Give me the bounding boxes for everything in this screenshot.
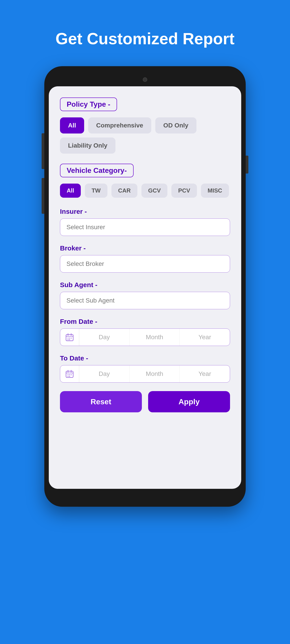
policy-type-comprehensive[interactable]: Comprehensive — [88, 118, 151, 134]
to-date-year[interactable]: Year — [180, 366, 230, 382]
policy-type-liability-only[interactable]: Liability Only — [60, 138, 115, 154]
page-title: Get Customized Report — [56, 29, 234, 48]
to-date-day[interactable]: Day — [79, 366, 130, 382]
phone-screen: Policy Type - All Comprehensive OD Only … — [49, 86, 241, 489]
svg-point-4 — [68, 338, 69, 338]
to-date-row: Day Month Year — [60, 365, 230, 382]
svg-point-14 — [69, 374, 70, 375]
svg-point-6 — [71, 338, 72, 338]
svg-point-16 — [68, 376, 69, 377]
to-date-label: To Date - — [60, 354, 230, 362]
vehicle-cat-all[interactable]: All — [60, 184, 81, 198]
phone-camera — [143, 77, 147, 82]
svg-point-7 — [68, 339, 69, 340]
policy-type-options: All Comprehensive OD Only Liability Only — [60, 118, 230, 154]
vehicle-cat-car[interactable]: CAR — [111, 184, 137, 198]
from-date-label: From Date - — [60, 318, 230, 325]
action-buttons: Reset Apply — [60, 391, 230, 412]
svg-point-8 — [69, 339, 70, 340]
policy-type-od-only[interactable]: OD Only — [155, 118, 196, 134]
from-date-year[interactable]: Year — [180, 329, 230, 346]
vehicle-category-options: All TW CAR GCV PCV MISC — [60, 184, 230, 198]
sub-agent-label: Sub Agent - — [60, 281, 230, 289]
vehicle-cat-misc[interactable]: MISC — [201, 184, 229, 198]
sub-agent-input[interactable] — [60, 292, 230, 309]
from-date-icon-box[interactable] — [60, 329, 79, 346]
svg-point-15 — [71, 374, 72, 375]
phone-shell: Policy Type - All Comprehensive OD Only … — [44, 66, 246, 507]
vehicle-category-label: Vehicle Category- — [60, 164, 134, 177]
from-date-row: Day Month Year — [60, 328, 230, 346]
phone-notch — [49, 73, 241, 86]
reset-button[interactable]: Reset — [60, 391, 142, 412]
phone-bottom-bar — [49, 489, 241, 500]
from-date-day[interactable]: Day — [79, 329, 130, 346]
calendar-icon-2 — [65, 370, 74, 378]
insurer-input[interactable] — [60, 218, 230, 236]
to-date-icon-box[interactable] — [60, 366, 79, 382]
calendar-icon — [65, 333, 74, 342]
broker-input[interactable] — [60, 255, 230, 272]
broker-label: Broker - — [60, 244, 230, 252]
svg-point-17 — [69, 376, 70, 377]
policy-type-label: Policy Type - — [60, 98, 117, 111]
insurer-label: Insurer - — [60, 208, 230, 215]
svg-point-5 — [69, 338, 70, 338]
svg-point-13 — [68, 374, 69, 375]
to-date-month[interactable]: Month — [130, 366, 180, 382]
vehicle-cat-pcv[interactable]: PCV — [171, 184, 197, 198]
policy-type-all[interactable]: All — [60, 118, 84, 134]
vehicle-cat-tw[interactable]: TW — [85, 184, 107, 198]
from-date-month[interactable]: Month — [130, 329, 180, 346]
apply-button[interactable]: Apply — [148, 391, 230, 412]
vehicle-cat-gcv[interactable]: GCV — [141, 184, 167, 198]
